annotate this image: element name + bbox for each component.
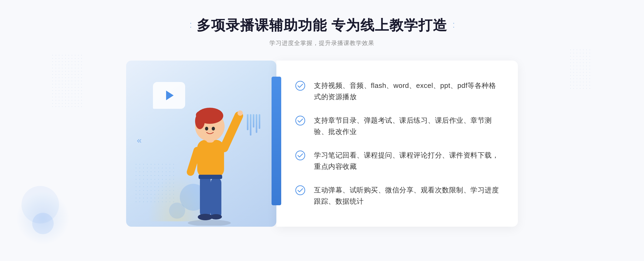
main-content: « bbox=[126, 61, 518, 227]
svg-rect-2 bbox=[211, 177, 221, 219]
check-icon-3 bbox=[295, 150, 306, 161]
check-icon-2 bbox=[295, 115, 306, 126]
svg-point-20 bbox=[296, 186, 305, 195]
svg-point-15 bbox=[237, 110, 243, 116]
header-subtitle: 学习进度全掌握，提升录播课教学效果 bbox=[190, 39, 454, 47]
svg-point-17 bbox=[296, 81, 305, 90]
header-dots-right-icon: ⁚ bbox=[453, 22, 454, 29]
circle-decoration-small bbox=[32, 213, 54, 234]
feature-item-2: 支持章节目录、弹题考试、课后练习、课后作业、章节测验、批改作业 bbox=[295, 115, 499, 137]
svg-point-19 bbox=[296, 151, 305, 160]
stripe-bar-2 bbox=[250, 114, 251, 136]
svg-point-0 bbox=[188, 220, 231, 226]
svg-point-13 bbox=[205, 127, 208, 130]
page-container: ⁚ 多项录播课辅助功能 专为线上教学打造 ⁚ 学习进度全掌握，提升录播课教学效果 bbox=[0, 0, 644, 261]
features-panel: 支持视频、音频、flash、word、excel、ppt、pdf等各种格式的资源… bbox=[276, 61, 518, 227]
check-icon-4 bbox=[295, 185, 306, 196]
svg-rect-1 bbox=[200, 175, 211, 218]
chevron-left-icon: « bbox=[137, 135, 142, 145]
dots-decoration-left bbox=[51, 54, 83, 107]
dots-decoration-right bbox=[569, 48, 590, 91]
svg-line-7 bbox=[191, 151, 197, 172]
svg-point-14 bbox=[212, 127, 215, 130]
feature-item-3: 学习笔记回看、课程提问、课程评论打分、课件资料下载，重点内容收藏 bbox=[295, 150, 499, 172]
image-card: « bbox=[126, 61, 276, 227]
check-icon-1 bbox=[295, 81, 306, 91]
page-title: 多项录播课辅助功能 专为线上教学打造 bbox=[197, 16, 447, 35]
feature-item-4: 互动弹幕、试听购买、微信分享、观看次数限制、学习进度跟踪、数据统计 bbox=[295, 185, 499, 207]
feature-text-2: 支持章节目录、弹题考试、课后练习、课后作业、章节测验、批改作业 bbox=[314, 115, 499, 137]
feature-text-1: 支持视频、音频、flash、word、excel、ppt、pdf等各种格式的资源… bbox=[314, 80, 499, 102]
svg-rect-5 bbox=[197, 140, 224, 177]
svg-point-18 bbox=[296, 116, 305, 125]
blue-bar-decoration bbox=[272, 77, 281, 205]
svg-rect-16 bbox=[199, 175, 222, 179]
feature-item-1: 支持视频、音频、flash、word、excel、ppt、pdf等各种格式的资源… bbox=[295, 80, 499, 102]
svg-point-4 bbox=[210, 214, 222, 219]
stripe-bar-5 bbox=[259, 114, 260, 129]
stripe-bar-3 bbox=[253, 114, 254, 128]
feature-text-3: 学习笔记回看、课程提问、课程评论打分、课件资料下载，重点内容收藏 bbox=[314, 150, 499, 172]
person-illustration bbox=[169, 89, 250, 227]
svg-point-12 bbox=[196, 110, 212, 120]
header-dots-left-icon: ⁚ bbox=[190, 22, 191, 29]
stripe-bar-4 bbox=[256, 114, 257, 133]
header-title-row: ⁚ 多项录播课辅助功能 专为线上教学打造 ⁚ bbox=[190, 16, 454, 35]
feature-text-4: 互动弹幕、试听购买、微信分享、观看次数限制、学习进度跟踪、数据统计 bbox=[314, 185, 499, 207]
header-section: ⁚ 多项录播课辅助功能 专为线上教学打造 ⁚ 学习进度全掌握，提升录播课教学效果 bbox=[190, 16, 454, 47]
svg-line-6 bbox=[224, 116, 239, 148]
